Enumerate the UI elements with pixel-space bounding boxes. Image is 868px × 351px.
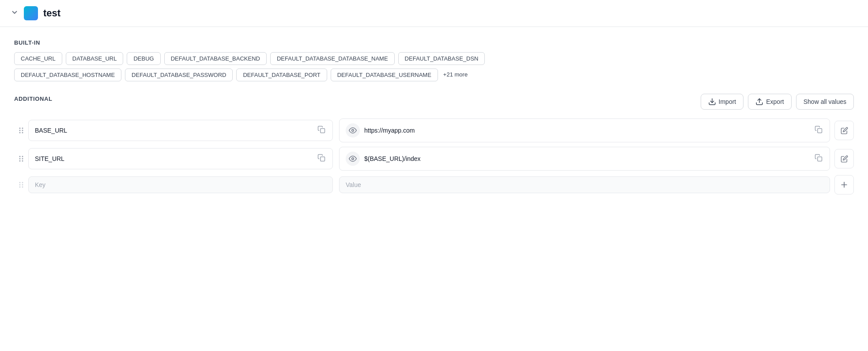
tag-default-database-hostname[interactable]: DEFAULT_DATABASE_HOSTNAME [14, 69, 121, 81]
base-url-edit-button[interactable] [834, 121, 854, 140]
site-url-value-copy-button[interactable] [814, 153, 823, 164]
svg-point-7 [22, 132, 23, 134]
svg-point-22 [19, 187, 21, 188]
svg-point-21 [19, 184, 21, 186]
base-url-key-copy-button[interactable] [317, 125, 326, 136]
tag-database-url[interactable]: DATABASE_URL [66, 52, 124, 65]
tag-default-database-dsn[interactable]: DEFAULT_DATABASE_DSN [398, 52, 485, 65]
svg-rect-8 [321, 129, 325, 133]
tag-more[interactable]: +21 more [442, 69, 469, 81]
main-content: BUILT-IN CACHE_URL DATABASE_URL DEBUG DE… [0, 27, 868, 211]
svg-point-11 [19, 156, 21, 157]
tag-default-database-password[interactable]: DEFAULT_DATABASE_PASSWORD [125, 69, 233, 81]
app-icon [24, 6, 38, 20]
builtin-section-label: BUILT-IN [14, 39, 854, 46]
new-row: Key Value [14, 175, 854, 195]
svg-point-2 [19, 128, 21, 129]
svg-point-9 [352, 130, 354, 132]
new-value-placeholder: Value [346, 181, 823, 188]
svg-point-12 [19, 158, 21, 160]
base-url-value-field: https://myapp.com [339, 118, 830, 142]
svg-rect-17 [321, 157, 325, 161]
svg-point-4 [19, 132, 21, 134]
table-row: SITE_URL $(BASE_ [14, 147, 854, 171]
svg-point-5 [22, 128, 23, 129]
site-url-edit-button[interactable] [834, 149, 854, 168]
svg-point-3 [19, 130, 21, 131]
base-url-value: https://myapp.com [364, 127, 811, 134]
svg-point-13 [19, 160, 21, 162]
svg-point-18 [352, 158, 354, 160]
additional-section-label: ADDITIONAL [14, 95, 53, 102]
page-title: test [43, 8, 60, 19]
base-url-key-field: BASE_URL [28, 120, 333, 141]
svg-point-14 [22, 156, 23, 157]
tag-default-database-backend[interactable]: DEFAULT_DATABASE_BACKEND [164, 52, 267, 65]
svg-rect-19 [818, 157, 822, 161]
builtin-section: BUILT-IN CACHE_URL DATABASE_URL DEBUG DE… [14, 39, 854, 81]
site-url-value-field: $(BASE_URL)/index [339, 147, 830, 171]
import-icon [708, 98, 716, 106]
new-value-field[interactable]: Value [339, 176, 830, 193]
tag-cache-url[interactable]: CACHE_URL [14, 52, 62, 65]
builtin-tags-row1: CACHE_URL DATABASE_URL DEBUG DEFAULT_DAT… [14, 52, 854, 65]
additional-header: ADDITIONAL Import [14, 94, 854, 110]
drag-handle-site-url[interactable] [14, 154, 28, 163]
show-all-values-label: Show all values [804, 98, 846, 105]
svg-rect-10 [818, 129, 822, 133]
chevron-down-icon[interactable] [11, 8, 19, 18]
svg-point-16 [22, 160, 23, 162]
app-container: test BUILT-IN CACHE_URL DATABASE_URL DEB… [0, 0, 868, 351]
svg-point-23 [22, 182, 23, 183]
builtin-tags-row2: DEFAULT_DATABASE_HOSTNAME DEFAULT_DATABA… [14, 69, 854, 81]
base-url-visibility-button[interactable] [346, 123, 360, 137]
new-key-placeholder: Key [35, 181, 45, 188]
export-icon [755, 98, 763, 106]
site-url-key-copy-button[interactable] [317, 153, 326, 164]
import-label: Import [719, 98, 736, 105]
svg-point-15 [22, 158, 23, 160]
drag-handle-new [14, 180, 28, 189]
tag-default-database-database-name[interactable]: DEFAULT_DATABASE_DATABASE_NAME [270, 52, 395, 65]
svg-point-25 [22, 187, 23, 188]
new-key-field[interactable]: Key [28, 176, 333, 193]
site-url-visibility-button[interactable] [346, 152, 360, 166]
site-url-value: $(BASE_URL)/index [364, 155, 811, 162]
site-url-key-field: SITE_URL [28, 148, 333, 169]
svg-point-6 [22, 130, 23, 131]
export-label: Export [766, 98, 784, 105]
svg-point-24 [22, 184, 23, 186]
tag-default-database-username[interactable]: DEFAULT_DATABASE_USERNAME [331, 69, 438, 81]
base-url-value-copy-button[interactable] [814, 125, 823, 136]
show-all-values-button[interactable]: Show all values [796, 94, 854, 110]
import-button[interactable]: Import [701, 94, 744, 110]
additional-actions: Import Export Show all va [701, 94, 854, 110]
additional-section: ADDITIONAL Import [14, 94, 854, 195]
tag-default-database-port[interactable]: DEFAULT_DATABASE_PORT [236, 69, 327, 81]
export-button[interactable]: Export [748, 94, 791, 110]
header: test [0, 0, 868, 27]
tag-debug[interactable]: DEBUG [127, 52, 160, 65]
base-url-key: BASE_URL [35, 127, 67, 134]
site-url-key: SITE_URL [35, 155, 64, 162]
table-row: BASE_URL https:/ [14, 118, 854, 142]
add-row-button[interactable] [834, 175, 854, 195]
drag-handle-base-url[interactable] [14, 126, 28, 135]
svg-point-20 [19, 182, 21, 183]
